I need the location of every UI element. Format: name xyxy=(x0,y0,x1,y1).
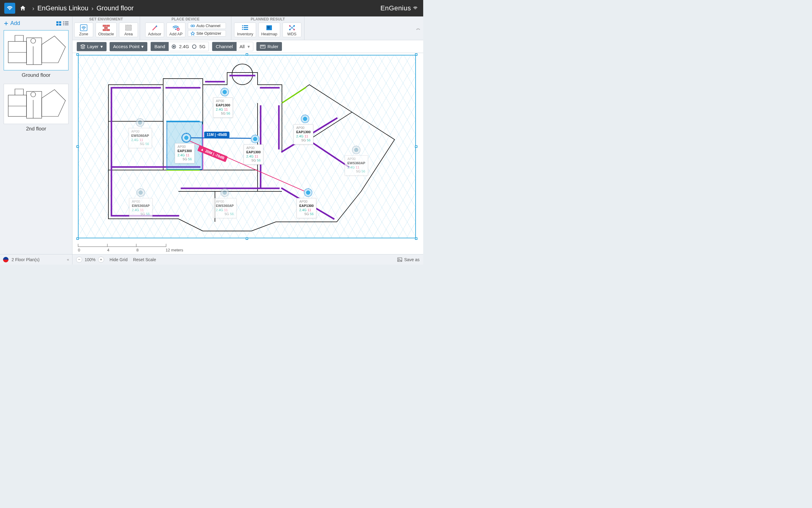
ap-name: AP00 xyxy=(347,157,365,161)
add-floor-button[interactable]: Add xyxy=(4,20,20,27)
heatmap-button[interactable]: Heatmap xyxy=(258,23,280,37)
view-grid-icon[interactable] xyxy=(56,21,62,26)
ruler-button[interactable]: Ruler xyxy=(256,42,282,51)
obstacle-tool-button[interactable]: Obstacle xyxy=(96,23,116,37)
area-dashed-icon xyxy=(125,24,132,32)
zoom-controls: − 100% + xyxy=(76,257,104,263)
breadcrumb-floor[interactable]: Ground floor xyxy=(97,4,134,12)
advisor-button[interactable]: Advisor xyxy=(145,23,164,37)
ap-info-box[interactable]: AP00EWS360AP2.4G 115G 56 xyxy=(129,198,152,218)
layer-dropdown[interactable]: Layer ▾ xyxy=(77,42,106,51)
auto-channel-icon xyxy=(191,24,195,28)
ap-model: EWS360AP xyxy=(132,204,150,208)
zone-tool-button[interactable]: Zone xyxy=(74,23,93,37)
ribbon-collapse-button[interactable]: ︽ xyxy=(414,16,423,40)
site-optimizer-button[interactable]: Site Optimizer xyxy=(188,30,226,37)
zone-handle[interactable] xyxy=(415,53,418,56)
floor-thumb-2nd[interactable] xyxy=(4,84,68,124)
ap-band-5: 5G 56 xyxy=(299,212,314,216)
ap-marker[interactable] xyxy=(352,146,361,154)
svg-rect-26 xyxy=(106,29,110,31)
top-bar: › EnGenius Linkou › Ground floor EnGeniu… xyxy=(0,0,423,16)
zone-handle[interactable] xyxy=(77,53,79,56)
svg-point-58 xyxy=(232,64,253,85)
floor-thumb-label: 2nd floor xyxy=(4,126,68,132)
zone-handle[interactable] xyxy=(415,145,418,148)
ap-marker[interactable] xyxy=(251,135,259,143)
svg-rect-23 xyxy=(106,25,110,27)
svg-rect-33 xyxy=(244,25,248,26)
zoom-level: 100% xyxy=(85,257,96,262)
ap-info-box[interactable]: AP00EAP13002.4G 115G 56 xyxy=(244,144,264,165)
breadcrumb-site[interactable]: EnGenius Linkou xyxy=(38,4,89,12)
view-list-icon[interactable] xyxy=(63,21,68,26)
ap-info-box[interactable]: AP00EWS360AP2.4G 115G 56 xyxy=(213,198,237,218)
home-icon[interactable] xyxy=(19,5,26,11)
reset-scale-button[interactable]: Reset Scale xyxy=(133,257,156,262)
ap-band-5: 5G 56 xyxy=(178,157,192,162)
wds-button[interactable]: WDS xyxy=(283,23,301,37)
ap-model: EWS360AP xyxy=(131,134,149,138)
canvas[interactable]: 11M | -45dB ▲20M | -70dB AP00EWS360AP2.4… xyxy=(78,55,416,238)
ap-marker[interactable] xyxy=(136,118,144,127)
ap-band-24: 2.4G 11 xyxy=(216,208,234,212)
band-24-radio[interactable] xyxy=(172,44,176,49)
svg-rect-2 xyxy=(56,24,58,26)
ap-info-box[interactable]: AP00EAP13002.4G 115G 56 xyxy=(175,143,195,163)
svg-point-17 xyxy=(31,92,36,97)
ap-marker[interactable] xyxy=(304,188,313,197)
ap-name: AP00 xyxy=(178,145,192,149)
floor-thumb-label: Ground floor xyxy=(4,72,68,78)
canvas-viewport[interactable]: 11M | -45dB ▲20M | -70dB AP00EWS360AP2.4… xyxy=(73,53,423,254)
add-ap-button[interactable]: Add AP xyxy=(166,23,185,37)
svg-point-21 xyxy=(83,29,84,30)
ap-band-24: 2.4G 11 xyxy=(296,134,311,139)
ribbon-group-title: SET ENVIROMENT xyxy=(76,17,136,21)
channel-dropdown[interactable]: All ▾ xyxy=(237,44,253,49)
zoom-in-button[interactable]: + xyxy=(98,257,104,263)
zone-handle[interactable] xyxy=(246,53,248,56)
main-pane: SET ENVIROMENT Zone Obstacle Area xyxy=(73,16,423,254)
area-tool-button[interactable]: Area xyxy=(119,23,138,37)
auto-channel-button[interactable]: Auto Channel xyxy=(188,23,226,29)
floor-thumb-ground[interactable] xyxy=(4,30,68,71)
ap-model: EWS360AP xyxy=(216,204,234,208)
ap-name: AP00 xyxy=(131,129,149,134)
svg-rect-5 xyxy=(65,21,68,22)
ap-info-box[interactable]: AP00EWS360AP2.4G 115G 56 xyxy=(345,156,368,175)
svg-rect-34 xyxy=(242,27,243,28)
zone-handle[interactable] xyxy=(77,238,79,240)
ap-info-box[interactable]: AP00EAP13002.4G 115G 56 xyxy=(296,198,316,218)
ap-name: AP00 xyxy=(299,200,314,204)
zone-handle[interactable] xyxy=(415,238,418,240)
hide-grid-button[interactable]: Hide Grid xyxy=(110,257,128,262)
image-icon xyxy=(397,257,402,262)
ap-info-box[interactable]: AP00EAP13002.4G 115G 56 xyxy=(213,97,233,118)
svg-rect-27 xyxy=(126,25,132,31)
ap-marker[interactable] xyxy=(301,115,309,123)
svg-point-30 xyxy=(191,25,193,27)
ap-info-box[interactable]: AP00EWS360AP2.4G 115G 56 xyxy=(129,128,152,148)
ap-band-5: 5G 56 xyxy=(132,212,150,216)
ap-marker[interactable] xyxy=(221,188,229,197)
inventory-button[interactable]: Inventory xyxy=(234,23,256,37)
zone-handle[interactable] xyxy=(77,145,79,148)
band-5-radio[interactable] xyxy=(192,44,196,49)
ap-info-box[interactable]: AP00EAP13002.4G 115G 56 xyxy=(293,124,313,144)
sidebar-collapse-button[interactable]: « xyxy=(67,257,69,262)
ap-band-24: 2.4G 11 xyxy=(246,155,260,159)
zone-handle[interactable] xyxy=(246,238,248,240)
access-point-dropdown[interactable]: Access Point ▾ xyxy=(110,42,148,51)
svg-point-67 xyxy=(398,258,399,259)
svg-rect-10 xyxy=(8,41,27,63)
ap-marker[interactable] xyxy=(221,88,229,96)
locale-flag-icon[interactable] xyxy=(3,257,8,262)
zoom-out-button[interactable]: − xyxy=(76,257,82,263)
ap-name: AP00 xyxy=(132,200,150,204)
ribbon-group-title: PLANNED RESULT xyxy=(235,17,300,21)
ap-marker[interactable] xyxy=(182,133,191,142)
chevron-right-icon: › xyxy=(32,5,34,12)
caret-down-icon: ▾ xyxy=(141,44,144,49)
ap-marker[interactable] xyxy=(136,188,145,197)
save-as-button[interactable]: Save as xyxy=(397,257,420,262)
